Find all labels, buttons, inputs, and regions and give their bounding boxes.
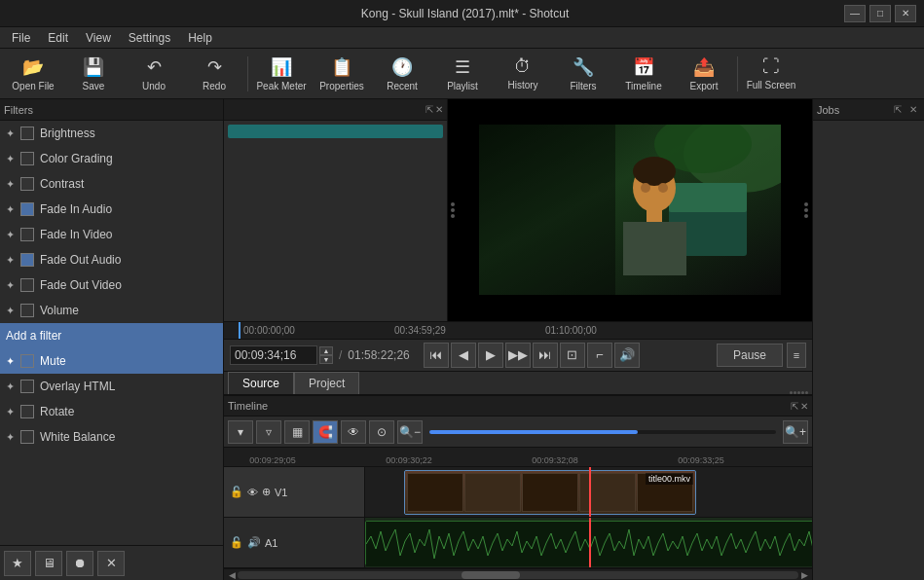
undo-button[interactable]: ↶ Undo	[125, 51, 183, 97]
recent-button[interactable]: 🕐 Recent	[373, 51, 431, 97]
step-back-button[interactable]: ◀	[451, 343, 476, 368]
scroll-right-button[interactable]: ▶	[798, 569, 810, 581]
time-down-button[interactable]: ▼	[319, 355, 333, 364]
jobs-content	[813, 121, 924, 580]
timeline-close-icon[interactable]: ✕	[800, 401, 808, 412]
full-screen-button[interactable]: ⛶ Full Screen	[742, 51, 800, 97]
tl-target-button[interactable]: ⊙	[369, 420, 394, 444]
close-button[interactable]: ✕	[895, 5, 916, 22]
filter-item-white-balance[interactable]: ✦ White Balance	[0, 424, 223, 450]
maximize-button[interactable]: □	[869, 5, 891, 22]
tl-eye-button[interactable]: 👁	[341, 420, 366, 444]
toolbar: 📂 Open File 💾 Save ↶ Undo ↷ Redo 📊 Peak …	[0, 49, 924, 99]
filter-close-button[interactable]: ✕	[97, 551, 125, 576]
left-panel-close-icon[interactable]: ✕	[435, 104, 443, 115]
export-button[interactable]: 📤 Export	[675, 51, 733, 97]
preview-area: ⇱ ✕	[224, 99, 812, 321]
overlay-html-checkbox[interactable]	[20, 380, 34, 393]
mute-checkbox[interactable]	[20, 354, 34, 368]
fade-in-audio-checkbox[interactable]	[20, 202, 34, 216]
jobs-float-icon[interactable]: ⇱	[891, 103, 905, 117]
panel-resize-handle[interactable]	[451, 202, 455, 218]
playback-menu-button[interactable]: ≡	[787, 343, 806, 368]
filter-item-fade-out-video[interactable]: ✦ Fade Out Video	[0, 272, 223, 298]
filter-item-fade-in-video[interactable]: ✦ Fade In Video	[0, 222, 223, 247]
peak-meter-button[interactable]: 📊 Peak Meter	[252, 51, 311, 97]
fade-in-video-checkbox[interactable]	[20, 228, 34, 241]
menu-settings[interactable]: Settings	[121, 29, 178, 47]
timeline-float-icon[interactable]: ⇱	[791, 401, 798, 412]
audio-track-mute-icon[interactable]: 🔊	[247, 536, 261, 549]
volume-icon-button[interactable]: 🔊	[614, 343, 640, 368]
add-filter-button[interactable]: Add a filter	[0, 323, 223, 348]
filter-record-button[interactable]: ⏺	[66, 551, 93, 576]
video-clip[interactable]: title00.mkv	[404, 470, 696, 515]
filter-item-color-grading[interactable]: ✦ Color Grading	[0, 146, 223, 171]
step-forward-button[interactable]: ▶▶	[505, 343, 531, 368]
scrollbar-track[interactable]	[238, 571, 798, 579]
tl-magnet-button[interactable]: 🧲	[313, 420, 338, 444]
menu-edit[interactable]: Edit	[40, 29, 76, 47]
zoom-out-button[interactable]: 🔍−	[397, 420, 423, 444]
skip-to-start-button[interactable]: ⏮	[424, 343, 449, 368]
in-point-button[interactable]: ⌐	[587, 343, 612, 368]
tl-clip-view-button[interactable]: ▦	[284, 420, 310, 444]
mute-label: Mute	[40, 354, 66, 368]
timeline-toolbar: ▾ ▿ ▦ 🧲 👁 ⊙ 🔍− 🔍+	[224, 417, 812, 448]
jobs-header-controls: ⇱ ✕	[891, 103, 920, 117]
rotate-checkbox[interactable]	[20, 405, 34, 418]
filter-item-fade-in-audio[interactable]: ✦ Fade In Audio	[0, 197, 223, 222]
video-track-layers-icon[interactable]: ⊕	[262, 486, 271, 498]
filter-star-button[interactable]: ★	[4, 551, 31, 576]
right-panel-resize-handle[interactable]	[800, 199, 812, 222]
timeline-ruler-bottom: 00:09:29;05 00:09:30;22 00:09:32;08 00:0…	[224, 448, 812, 467]
scroll-left-button[interactable]: ◀	[226, 569, 238, 581]
playlist-button[interactable]: ☰ Playlist	[433, 51, 492, 97]
zoom-in-button[interactable]: 🔍+	[783, 420, 808, 444]
toggle-play-mode-button[interactable]: ⊡	[560, 343, 585, 368]
tl-chevron-down-button[interactable]: ▾	[228, 420, 253, 444]
audio-track-lock-icon[interactable]: 🔓	[230, 536, 243, 549]
left-panel-float-icon[interactable]: ⇱	[425, 104, 433, 115]
current-time-input[interactable]	[230, 345, 317, 365]
minimize-button[interactable]: —	[844, 5, 866, 22]
filter-item-contrast[interactable]: ✦ Contrast	[0, 171, 223, 197]
filter-item-volume[interactable]: ✦ Volume	[0, 298, 223, 323]
zoom-slider-track	[429, 430, 776, 434]
fade-out-audio-checkbox[interactable]	[20, 253, 34, 267]
volume-checkbox[interactable]	[20, 304, 34, 317]
open-file-button[interactable]: 📂 Open File	[4, 51, 62, 97]
menu-help[interactable]: Help	[180, 29, 220, 47]
skip-to-end-button[interactable]: ⏭	[533, 343, 558, 368]
jobs-close-icon[interactable]: ✕	[906, 103, 920, 117]
contrast-checkbox[interactable]	[20, 177, 34, 191]
history-button[interactable]: ⏱ History	[494, 51, 552, 97]
video-track-eye-icon[interactable]: 👁	[247, 487, 258, 498]
fade-out-video-checkbox[interactable]	[20, 278, 34, 292]
gear-icon-10: ✦	[6, 381, 15, 393]
pause-button[interactable]: Pause	[717, 344, 783, 367]
tab-source[interactable]: Source	[228, 372, 294, 394]
timeline-button[interactable]: 📅 Timeline	[614, 51, 673, 97]
menu-view[interactable]: View	[78, 29, 119, 47]
tab-project[interactable]: Project	[294, 372, 359, 394]
filter-item-rotate[interactable]: ✦ Rotate	[0, 399, 223, 424]
brightness-checkbox[interactable]	[20, 127, 34, 140]
filter-item-fade-out-audio[interactable]: ✦ Fade Out Audio	[0, 247, 223, 272]
color-grading-checkbox[interactable]	[20, 152, 34, 165]
redo-button[interactable]: ↷ Redo	[185, 51, 243, 97]
filter-item-mute[interactable]: ✦ Mute	[0, 348, 223, 374]
white-balance-checkbox[interactable]	[20, 430, 34, 444]
menu-file[interactable]: File	[4, 29, 38, 47]
properties-button[interactable]: 📋 Properties	[313, 51, 371, 97]
tl-chevron-button[interactable]: ▿	[256, 420, 281, 444]
time-up-button[interactable]: ▲	[319, 346, 333, 355]
filters-button[interactable]: 🔧 Filters	[554, 51, 612, 97]
filter-item-brightness[interactable]: ✦ Brightness	[0, 121, 223, 146]
save-button[interactable]: 💾 Save	[64, 51, 123, 97]
filter-item-overlay-html[interactable]: ✦ Overlay HTML	[0, 374, 223, 399]
scrollbar-thumb[interactable]	[462, 571, 520, 579]
filter-monitor-button[interactable]: 🖥	[35, 551, 62, 576]
play-button[interactable]: ▶	[478, 343, 503, 368]
video-track-lock-icon[interactable]: 🔓	[230, 486, 243, 498]
